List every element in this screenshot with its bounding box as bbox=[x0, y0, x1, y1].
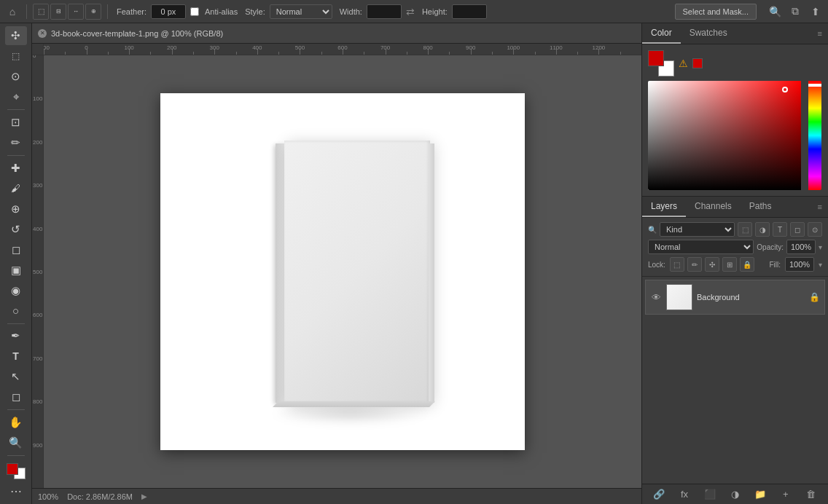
marquee-option-4[interactable]: ⊕ bbox=[85, 4, 101, 20]
crop-tool[interactable]: ⊡ bbox=[5, 113, 27, 132]
toolbar-tool-options: ⬚ ⊟ ↔ ⊕ bbox=[33, 4, 101, 20]
marquee-option-2[interactable]: ⊟ bbox=[50, 4, 66, 20]
shape-filter-icon[interactable]: ◻ bbox=[790, 222, 805, 237]
toolbar-right-icons: 🔍 ⧉ ⬆ bbox=[767, 4, 824, 20]
tab-layers[interactable]: Layers bbox=[642, 197, 686, 217]
layer-row-background[interactable]: 👁 Background 🔒 bbox=[645, 280, 825, 315]
color-gradient[interactable] bbox=[648, 81, 801, 190]
hand-tool[interactable]: ✋ bbox=[5, 413, 27, 432]
swap-icon[interactable]: ⇄ bbox=[406, 6, 415, 17]
layer-effects-btn[interactable]: fx bbox=[676, 487, 692, 503]
fg-bg-color-widget[interactable] bbox=[5, 462, 27, 481]
eraser-tool[interactable]: ◻ bbox=[5, 240, 27, 259]
fill-arrow[interactable]: ▾ bbox=[819, 261, 822, 269]
zoom-tool[interactable]: 🔍 bbox=[5, 433, 27, 452]
add-mask-btn[interactable]: ⬛ bbox=[702, 487, 718, 503]
hue-slider[interactable] bbox=[808, 81, 821, 190]
lock-pixels-btn[interactable]: ⬚ bbox=[670, 257, 684, 272]
stamp-tool[interactable]: ⊕ bbox=[5, 200, 27, 218]
share-icon[interactable]: ⬆ bbox=[808, 4, 824, 20]
quick-select-tool[interactable]: ⌖ bbox=[5, 87, 27, 106]
opacity-input[interactable] bbox=[786, 240, 816, 254]
lock-artboard-btn[interactable]: ⊞ bbox=[722, 257, 737, 272]
height-input[interactable] bbox=[452, 4, 487, 19]
book-illustration bbox=[226, 119, 459, 425]
dodge-tool[interactable]: ○ bbox=[5, 302, 27, 320]
text-tool[interactable]: T bbox=[5, 347, 27, 366]
lock-move-btn[interactable]: ✣ bbox=[705, 257, 719, 272]
home-icon[interactable]: ⌂ bbox=[4, 4, 20, 20]
tab-close-button[interactable]: ✕ bbox=[38, 29, 47, 38]
search-icon[interactable]: 🔍 bbox=[767, 4, 783, 20]
adjust-filter-icon[interactable]: ◑ bbox=[755, 222, 770, 237]
antialias-label: Anti-alias bbox=[205, 7, 238, 16]
opacity-label: Opacity: bbox=[757, 243, 784, 251]
tab-title: 3d-book-cover-template-1.png @ 100% (RGB… bbox=[51, 29, 223, 38]
new-layer-btn[interactable]: + bbox=[778, 487, 794, 503]
rectangular-marquee-icon[interactable]: ⬚ bbox=[33, 4, 49, 20]
history-brush-tool[interactable]: ↺ bbox=[5, 220, 27, 239]
heal-tool[interactable]: ✚ bbox=[5, 159, 27, 178]
new-group-btn[interactable]: 📁 bbox=[752, 487, 768, 503]
lock-draw-btn[interactable]: ✏ bbox=[687, 257, 702, 272]
tab-swatches[interactable]: Swatches bbox=[681, 23, 736, 44]
kind-filter-select[interactable]: Kind bbox=[660, 222, 735, 237]
path-select-tool[interactable]: ↖ bbox=[5, 367, 27, 386]
ruler-corner bbox=[32, 44, 44, 55]
fg-color[interactable] bbox=[648, 50, 664, 66]
tab-paths[interactable]: Paths bbox=[741, 197, 781, 217]
marquee-option-3[interactable]: ↔ bbox=[68, 4, 84, 20]
zoom-level: 100% bbox=[38, 492, 58, 501]
width-input[interactable] bbox=[367, 4, 402, 19]
pen-tool[interactable]: ✒ bbox=[5, 326, 27, 345]
tab-channels[interactable]: Channels bbox=[686, 197, 741, 217]
color-picker[interactable] bbox=[648, 81, 821, 190]
style-select[interactable]: Normal Fixed Ratio Fixed Size bbox=[270, 4, 332, 19]
smart-filter-icon[interactable]: ⊙ bbox=[808, 222, 822, 237]
opacity-arrow[interactable]: ▾ bbox=[819, 243, 822, 251]
fg-color-swatch[interactable] bbox=[7, 463, 18, 475]
gamut-color-swatch[interactable] bbox=[692, 58, 703, 68]
tool-sep-3 bbox=[7, 323, 25, 324]
left-toolbar: ✣ ⬚ ⊙ ⌖ ⊡ ✏ ✚ 🖌 ⊕ ↺ ◻ ▣ ◉ ○ ✒ T ↖ ◻ ✋ 🔍 … bbox=[0, 23, 32, 504]
lock-all-btn[interactable]: 🔒 bbox=[740, 257, 754, 272]
lock-icons: ⬚ ✏ ✣ ⊞ 🔒 bbox=[670, 257, 754, 272]
antialias-checkbox[interactable] bbox=[190, 7, 199, 16]
canvas-area: ✕ 3d-book-cover-template-1.png @ 100% (R… bbox=[32, 23, 641, 504]
tab-color[interactable]: Color bbox=[642, 23, 681, 44]
layer-thumbnail bbox=[666, 284, 692, 310]
pixel-filter-icon[interactable]: ⬚ bbox=[738, 222, 752, 237]
layer-lock-icon: 🔒 bbox=[809, 292, 820, 302]
tool-sep-1 bbox=[7, 109, 25, 110]
canvas-scroll-area[interactable] bbox=[44, 55, 641, 488]
gradient-tool[interactable]: ▣ bbox=[5, 261, 27, 280]
blur-tool[interactable]: ◉ bbox=[5, 281, 27, 300]
shape-tool[interactable]: ◻ bbox=[5, 387, 27, 406]
link-layers-btn[interactable]: 🔗 bbox=[651, 487, 667, 503]
layers-panel-menu[interactable]: ≡ bbox=[812, 198, 828, 216]
status-bar: 100% Doc: 2.86M/2.86M ▶ bbox=[32, 488, 641, 504]
eyedropper-tool[interactable]: ✏ bbox=[5, 133, 27, 152]
fg-bg-swatches[interactable] bbox=[648, 50, 674, 76]
select-mask-button[interactable]: Select and Mask... bbox=[675, 4, 757, 20]
blend-mode-select[interactable]: Normal Multiply Screen Overlay bbox=[648, 240, 754, 254]
new-adjustment-btn[interactable]: ◑ bbox=[727, 487, 743, 503]
canvas-and-vruler: 0100200300400500600700800900 bbox=[32, 55, 641, 488]
layer-name: Background bbox=[697, 293, 805, 302]
marquee-tool[interactable]: ⬚ bbox=[5, 47, 27, 66]
layer-visibility-icon[interactable]: 👁 bbox=[650, 291, 662, 303]
extra-tools[interactable]: ⋯ bbox=[5, 482, 27, 501]
type-filter-icon[interactable]: T bbox=[773, 222, 787, 237]
move-tool[interactable]: ✣ bbox=[5, 26, 27, 45]
status-arrow[interactable]: ▶ bbox=[141, 492, 147, 500]
feather-input[interactable] bbox=[151, 4, 186, 19]
lasso-tool[interactable]: ⊙ bbox=[5, 67, 27, 86]
vertical-ruler: 0100200300400500600700800900 bbox=[32, 55, 44, 488]
arrange-windows-icon[interactable]: ⧉ bbox=[787, 4, 803, 20]
brush-tool[interactable]: 🖌 bbox=[5, 179, 27, 198]
fill-input[interactable] bbox=[785, 257, 814, 272]
delete-layer-btn[interactable]: 🗑 bbox=[803, 487, 819, 503]
color-panel-menu[interactable]: ≡ bbox=[812, 25, 828, 42]
main-area: ✣ ⬚ ⊙ ⌖ ⊡ ✏ ✚ 🖌 ⊕ ↺ ◻ ▣ ◉ ○ ✒ T ↖ ◻ ✋ 🔍 … bbox=[0, 23, 828, 504]
horizontal-ruler: -100010020030040050060070080090010001100… bbox=[44, 44, 641, 55]
